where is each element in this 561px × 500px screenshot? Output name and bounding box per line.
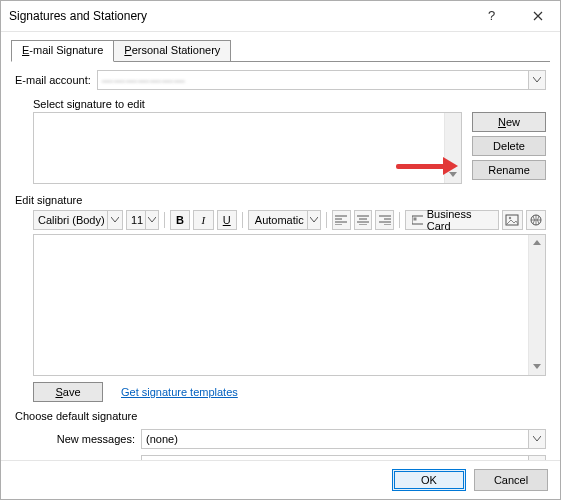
- email-account-row: E-mail account: ———————: [15, 70, 546, 90]
- align-center-button[interactable]: [354, 210, 373, 230]
- help-button[interactable]: ?: [470, 1, 515, 31]
- select-signature-label: Select signature to edit: [33, 98, 546, 110]
- editor-toolbar: Calibri (Body) 11 B I U Automatic: [33, 210, 546, 230]
- editor-scrollbar[interactable]: [528, 235, 545, 375]
- chevron-down-icon: [528, 71, 545, 89]
- chevron-down-icon: [307, 211, 320, 229]
- new-button[interactable]: New: [472, 112, 546, 132]
- new-messages-row: New messages: (none): [15, 429, 546, 449]
- insert-hyperlink-button[interactable]: [526, 210, 546, 230]
- new-messages-dropdown[interactable]: (none): [141, 429, 546, 449]
- signature-select-area: New Delete Rename: [33, 112, 546, 184]
- dialog-content: E-mail account: ——————— Select signature…: [1, 62, 560, 460]
- chevron-down-icon: [145, 211, 158, 229]
- italic-button[interactable]: I: [193, 210, 213, 230]
- business-card-icon: [412, 215, 423, 225]
- scroll-up-icon: [529, 235, 545, 251]
- tab-personal-stationery[interactable]: Personal Stationery: [113, 40, 231, 62]
- insert-picture-button[interactable]: [502, 210, 522, 230]
- underline-button[interactable]: U: [217, 210, 237, 230]
- save-row: Save Get signature templates: [33, 382, 546, 402]
- toolbar-separator: [326, 212, 327, 228]
- window-title: Signatures and Stationery: [9, 9, 470, 23]
- delete-button[interactable]: Delete: [472, 136, 546, 156]
- dialog-window: Signatures and Stationery ? E-mail Signa…: [0, 0, 561, 500]
- toolbar-separator: [399, 212, 400, 228]
- replies-forwards-dropdown[interactable]: (none): [141, 455, 546, 460]
- email-account-label: E-mail account:: [15, 74, 91, 86]
- font-family-value: Calibri (Body): [38, 214, 105, 226]
- svg-rect-2: [413, 218, 416, 221]
- dialog-footer: OK Cancel: [1, 460, 560, 499]
- save-button[interactable]: Save: [33, 382, 103, 402]
- title-bar: Signatures and Stationery ?: [1, 1, 560, 32]
- new-messages-label: New messages:: [15, 433, 135, 445]
- replies-forwards-row: Replies/forwards: (none): [15, 455, 546, 460]
- signature-list-scrollbar[interactable]: [444, 113, 461, 183]
- link-icon: [529, 214, 543, 226]
- font-family-dropdown[interactable]: Calibri (Body): [33, 210, 123, 230]
- replies-forwards-value: (none): [146, 459, 178, 460]
- picture-icon: [505, 214, 519, 226]
- font-color-dropdown[interactable]: Automatic: [248, 210, 321, 230]
- signature-buttons: New Delete Rename: [472, 112, 546, 184]
- business-card-button[interactable]: Business Card: [405, 210, 499, 230]
- chevron-down-icon: [107, 211, 122, 229]
- toolbar-separator: [242, 212, 243, 228]
- scroll-down-icon: [445, 167, 461, 183]
- cancel-button[interactable]: Cancel: [474, 469, 548, 491]
- align-left-button[interactable]: [332, 210, 351, 230]
- svg-text:?: ?: [488, 9, 495, 23]
- choose-default-label: Choose default signature: [15, 410, 546, 422]
- email-account-dropdown[interactable]: ———————: [97, 70, 546, 90]
- signature-editor[interactable]: [33, 234, 546, 376]
- bold-button[interactable]: B: [170, 210, 190, 230]
- edit-signature-label: Edit signature: [15, 194, 546, 206]
- get-templates-link[interactable]: Get signature templates: [121, 386, 238, 398]
- close-button[interactable]: [515, 1, 560, 31]
- svg-point-4: [509, 217, 511, 219]
- scroll-down-icon: [529, 359, 545, 375]
- replies-forwards-label: Replies/forwards:: [15, 459, 135, 460]
- font-color-value: Automatic: [255, 214, 304, 226]
- tab-strip: E-mail Signature Personal Stationery: [11, 40, 550, 62]
- font-size-dropdown[interactable]: 11: [126, 210, 159, 230]
- ok-button[interactable]: OK: [392, 469, 466, 491]
- toolbar-separator: [164, 212, 165, 228]
- rename-button[interactable]: Rename: [472, 160, 546, 180]
- new-messages-value: (none): [146, 433, 178, 445]
- font-size-value: 11: [131, 214, 143, 226]
- signature-list[interactable]: [33, 112, 462, 184]
- align-right-button[interactable]: [375, 210, 394, 230]
- tab-email-signature[interactable]: E-mail Signature: [11, 40, 114, 62]
- business-card-label: Business Card: [427, 208, 492, 232]
- chevron-down-icon: [528, 456, 545, 460]
- chevron-down-icon: [528, 430, 545, 448]
- email-account-value: ———————: [102, 74, 186, 86]
